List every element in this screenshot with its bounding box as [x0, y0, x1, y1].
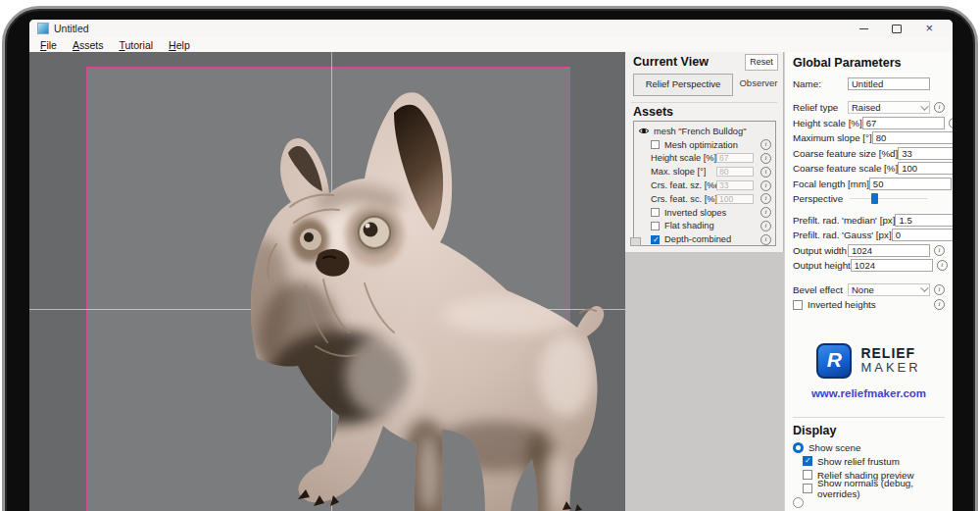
name-input[interactable] — [848, 77, 930, 90]
display-heading: Display — [793, 424, 945, 437]
maximize-icon[interactable] — [892, 25, 902, 33]
selected-value: None — [852, 284, 920, 295]
coarse-feature-scale-input[interactable] — [716, 194, 754, 204]
info-icon[interactable]: i — [760, 167, 771, 178]
resize-grip[interactable] — [630, 237, 641, 246]
output-width-input[interactable] — [848, 244, 930, 257]
section-divider — [793, 417, 945, 418]
close-icon[interactable]: × — [925, 24, 933, 33]
mesh-name: mesh "French Bulldog" — [654, 127, 771, 136]
main-content: Current View Reset Relief Perspective Ob… — [29, 52, 953, 511]
focal-length-row: Focal length [mm] i — [793, 177, 945, 190]
minimize-icon[interactable] — [859, 28, 868, 29]
info-icon[interactable]: i — [949, 118, 953, 128]
max-slope-input[interactable] — [716, 167, 754, 177]
menu-help[interactable]: Help — [162, 39, 197, 51]
info-icon[interactable]: i — [934, 299, 945, 310]
show-scene-radio[interactable] — [793, 442, 804, 453]
menu-tutorial[interactable]: Tutorial — [112, 39, 160, 51]
title-bar: Untitled × — [29, 20, 953, 37]
field-label: Crs. feat. sz. [%d] — [651, 180, 716, 190]
coarse-feature-scale-input[interactable] — [898, 162, 953, 175]
relief-type-dropdown[interactable]: Raised — [848, 101, 930, 114]
bevel-effect-dropdown[interactable]: None — [848, 283, 930, 296]
mesh-item[interactable]: mesh "French Bulldog" — [638, 125, 771, 138]
reliefmaker-url-link[interactable]: www.reliefmaker.com — [793, 387, 945, 399]
relief-shading-preview-checkbox[interactable] — [803, 470, 812, 480]
output-height-input[interactable] — [851, 259, 933, 272]
info-icon[interactable]: i — [760, 193, 771, 204]
app-window: Untitled × File Assets Tutorial Help — [29, 20, 953, 511]
selected-value: Raised — [852, 102, 920, 113]
coarse-feature-scale-row: Coarse feature scale [%] i — [793, 162, 945, 176]
coarse-feature-size-input[interactable] — [898, 147, 953, 160]
info-icon[interactable]: i — [934, 245, 945, 256]
info-icon[interactable]: i — [760, 221, 771, 231]
clipped-radio[interactable] — [793, 497, 804, 508]
info-icon[interactable]: i — [760, 153, 771, 164]
field-label: Bevel effect — [793, 284, 848, 295]
slider-track — [850, 198, 928, 199]
info-icon[interactable]: i — [934, 284, 945, 295]
show-normals-checkbox[interactable] — [803, 484, 812, 493]
current-view-heading: Current View — [633, 55, 709, 69]
screenshot-root: Untitled × File Assets Tutorial Help — [0, 0, 980, 511]
eye-visibility-icon[interactable] — [638, 127, 650, 135]
height-scale-input[interactable] — [862, 117, 945, 129]
checkbox-label: Inverted heights — [808, 299, 930, 310]
window-title: Untitled — [54, 23, 89, 34]
asset-field-row: Max. slope [°] i — [651, 165, 771, 179]
viewport-3d[interactable] — [29, 52, 625, 511]
info-icon[interactable]: i — [760, 180, 771, 191]
inverted-heights-checkbox[interactable] — [793, 300, 803, 310]
show-scene-row: Show scene — [793, 441, 945, 455]
show-relief-frustum-row: Show relief frustum — [803, 455, 945, 469]
focal-length-input[interactable] — [869, 178, 952, 190]
checkbox-label: Inverted slopes — [664, 208, 757, 218]
asset-field-row: Crs. feat. sz. [%d] i — [651, 179, 771, 192]
info-icon[interactable]: i — [934, 102, 945, 113]
assets-heading: Assets — [633, 105, 673, 119]
output-height-row: Output height i — [793, 259, 945, 273]
info-icon[interactable]: i — [937, 260, 948, 271]
menu-file[interactable]: File — [33, 39, 64, 51]
flat-shading-checkbox[interactable] — [651, 222, 660, 230]
field-label: Coarse feature scale [%] — [793, 163, 898, 174]
height-scale-input[interactable] — [716, 153, 754, 163]
checkbox-label: Mesh optimization — [664, 140, 757, 150]
assets-list: mesh "French Bulldog" Mesh optimization … — [633, 121, 776, 246]
coarse-feature-size-row: Coarse feature size [%d] i — [793, 146, 945, 160]
info-icon[interactable]: i — [760, 139, 771, 150]
info-icon[interactable]: i — [760, 234, 771, 245]
observer-button[interactable]: Observer — [737, 74, 780, 94]
relief-perspective-button[interactable]: Relief Perspective — [633, 74, 733, 96]
perspective-slider[interactable] — [848, 192, 930, 205]
depth-combined-row: Depth-combined i — [651, 232, 771, 246]
window-controls: × — [859, 24, 945, 33]
prefilter-median-input[interactable] — [895, 214, 953, 227]
slider-handle[interactable] — [871, 193, 878, 204]
depth-combined-checkbox[interactable] — [651, 235, 660, 244]
menu-assets[interactable]: Assets — [66, 39, 111, 51]
reset-button[interactable]: Reset — [745, 54, 778, 71]
checkbox-label: Depth-combined — [664, 234, 757, 244]
show-normals-row: Show normals (debug, overrides) — [803, 483, 945, 496]
prefilter-gauss-input[interactable] — [892, 229, 953, 241]
mesh-optimization-checkbox[interactable] — [651, 140, 660, 149]
info-icon[interactable]: i — [760, 207, 771, 218]
field-label: Relief type — [793, 102, 848, 113]
field-label: Height scale [%] — [651, 153, 716, 163]
menu-bar: File Assets Tutorial Help — [29, 37, 953, 53]
checkbox-label: Flat shading — [664, 221, 757, 230]
sidebar-panel: Current View Reset Relief Perspective Ob… — [625, 52, 784, 511]
field-label: Output height — [793, 260, 851, 271]
relief-type-row: Relief type Raised i — [793, 101, 945, 115]
asset-field-row: Height scale [%] i — [651, 152, 771, 166]
coarse-feature-size-input[interactable] — [716, 180, 754, 190]
current-view-assets-card: Current View Reset Relief Perspective Ob… — [625, 52, 784, 252]
maximum-slope-input[interactable] — [872, 131, 953, 144]
inverted-slopes-checkbox[interactable] — [651, 208, 660, 217]
show-relief-frustum-checkbox[interactable] — [803, 456, 812, 466]
bevel-effect-row: Bevel effect None i — [793, 282, 945, 296]
flat-shading-row: Flat shading i — [651, 220, 771, 233]
